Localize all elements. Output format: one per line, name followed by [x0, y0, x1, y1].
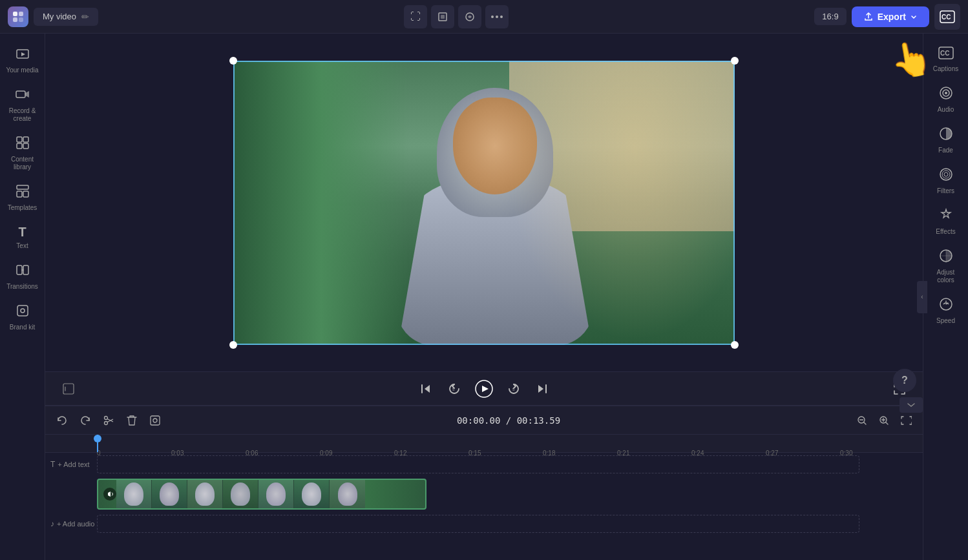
text-icon: T — [18, 225, 26, 240]
zoom-controls — [853, 411, 915, 430]
zoom-out-btn[interactable] — [853, 411, 871, 430]
ratio-badge[interactable]: 16:9 — [814, 8, 846, 25]
project-tab[interactable]: My video ✏ — [34, 8, 98, 26]
mute-btn[interactable] — [58, 379, 79, 399]
sidebar-item-transitions[interactable]: Transitions — [3, 258, 43, 296]
right-sidebar-item-fade[interactable]: Fade — [926, 121, 966, 160]
cut-btn[interactable] — [100, 411, 118, 430]
content-library-icon — [16, 136, 30, 153]
top-bar: My video ✏ ⛶ 16:9 — [0, 0, 968, 34]
crop-tool-btn[interactable]: ⛶ — [404, 5, 427, 28]
right-sidebar-item-label: Adjust colors — [929, 269, 963, 284]
transitions-icon — [16, 263, 30, 280]
brand-kit-icon — [16, 304, 30, 321]
svg-rect-5 — [441, 15, 445, 19]
video-frame — [233, 61, 735, 345]
redo-btn[interactable] — [76, 411, 94, 430]
help-button[interactable]: ? — [893, 369, 916, 392]
add-text-btn[interactable]: + Add text — [58, 461, 89, 468]
svg-point-39 — [945, 92, 947, 94]
media-icon — [16, 47, 30, 64]
collapse-right-panel-btn[interactable] — [900, 397, 923, 413]
right-sidebar-item-captions[interactable]: CC Captions — [926, 41, 966, 78]
delete-btn[interactable] — [123, 411, 141, 430]
video-canvas — [233, 61, 735, 345]
svg-rect-17 — [23, 143, 28, 149]
sidebar-item-label: Templates — [8, 204, 37, 212]
export-button[interactable]: Export — [852, 6, 929, 27]
right-sidebar: ‹ CC Captions Audio — [923, 34, 968, 560]
svg-rect-2 — [13, 17, 17, 22]
forward-btn[interactable]: 5 — [503, 379, 524, 399]
sidebar-item-label: Content library — [5, 156, 40, 171]
sidebar-item-label: Brand kit — [10, 324, 35, 331]
svg-point-24 — [21, 309, 25, 313]
svg-point-43 — [944, 172, 948, 176]
corner-handle-bl[interactable] — [229, 341, 237, 349]
sidebar-item-templates[interactable]: Templates — [3, 179, 43, 217]
play-btn[interactable] — [472, 377, 496, 400]
right-sidebar-item-audio[interactable]: Audio — [926, 81, 966, 119]
left-controls — [58, 379, 79, 399]
right-sidebar-item-label: Audio — [938, 106, 954, 114]
undo-btn[interactable] — [53, 411, 71, 430]
right-sidebar-item-label: Effects — [936, 228, 955, 236]
magic-tool-btn[interactable] — [458, 5, 481, 28]
more-tools-btn[interactable] — [485, 5, 509, 28]
center-area: 5 5 — [45, 34, 923, 560]
svg-rect-31 — [151, 416, 160, 425]
corner-handle-br[interactable] — [731, 341, 739, 349]
effects-panel-icon — [939, 208, 953, 225]
svg-rect-15 — [23, 137, 28, 142]
svg-text:5: 5 — [512, 388, 515, 391]
sidebar-collapse-btn[interactable]: ‹ — [917, 281, 927, 313]
right-sidebar-item-speed[interactable]: Speed — [926, 292, 966, 330]
skip-back-btn[interactable] — [416, 379, 436, 399]
text-track-dashed — [97, 455, 859, 473]
left-sidebar: Your media Record & create Content l — [0, 34, 45, 560]
svg-rect-16 — [17, 143, 22, 149]
audio-track-row: ♪ + Add audio — [45, 512, 923, 535]
svg-point-30 — [105, 421, 108, 424]
fit-tool-btn[interactable] — [431, 5, 454, 28]
audio-panel-icon — [939, 86, 953, 103]
sidebar-item-your-media[interactable]: Your media — [3, 41, 43, 79]
captions-panel-icon: CC — [938, 47, 954, 63]
svg-rect-22 — [23, 265, 28, 275]
right-sidebar-item-filters[interactable]: Filters — [926, 162, 966, 200]
captions-button[interactable]: CC — [934, 4, 960, 30]
svg-point-29 — [105, 416, 108, 419]
rename-icon[interactable]: ✏ — [81, 12, 89, 22]
svg-rect-21 — [17, 265, 22, 275]
filters-panel-icon — [939, 167, 953, 185]
rewind-btn[interactable]: 5 — [444, 379, 465, 399]
sidebar-item-record-create[interactable]: Record & create — [3, 82, 43, 128]
fit-timeline-btn[interactable] — [897, 411, 915, 430]
center-controls: 5 5 — [416, 377, 552, 400]
sidebar-item-text[interactable]: T Text — [3, 220, 43, 255]
right-sidebar-item-label: Fade — [938, 147, 953, 154]
corner-handle-tl[interactable] — [229, 57, 237, 65]
sidebar-item-label: Text — [16, 242, 28, 250]
text-track-label: T + Add text — [50, 460, 90, 469]
video-clip[interactable] — [97, 479, 426, 510]
playhead[interactable] — [97, 435, 98, 452]
sidebar-item-content-library[interactable]: Content library — [3, 130, 43, 176]
svg-point-42 — [942, 171, 950, 178]
sidebar-item-brand-kit[interactable]: Brand kit — [3, 298, 43, 337]
timeline-content: 0 0:03 0:06 0:09 0:12 0:15 0:18 0:21 0:2… — [45, 435, 923, 560]
svg-rect-23 — [17, 306, 28, 316]
right-sidebar-item-effects[interactable]: Effects — [926, 203, 966, 241]
clip-audio-icon[interactable] — [103, 488, 116, 501]
right-sidebar-item-adjust-colors[interactable]: Adjust colors — [926, 244, 966, 289]
skip-fwd-btn[interactable] — [532, 379, 552, 399]
project-name: My video — [43, 12, 76, 21]
corner-handle-tr[interactable] — [731, 57, 739, 65]
add-audio-btn[interactable]: + Add audio — [57, 520, 94, 528]
save-frame-btn[interactable] — [146, 411, 164, 430]
app-logo[interactable] — [8, 6, 28, 27]
audio-track-label: ♪ + Add audio — [50, 519, 94, 528]
sidebar-item-label: Transitions — [6, 283, 38, 291]
templates-icon — [16, 184, 30, 202]
zoom-in-btn[interactable] — [875, 411, 893, 430]
